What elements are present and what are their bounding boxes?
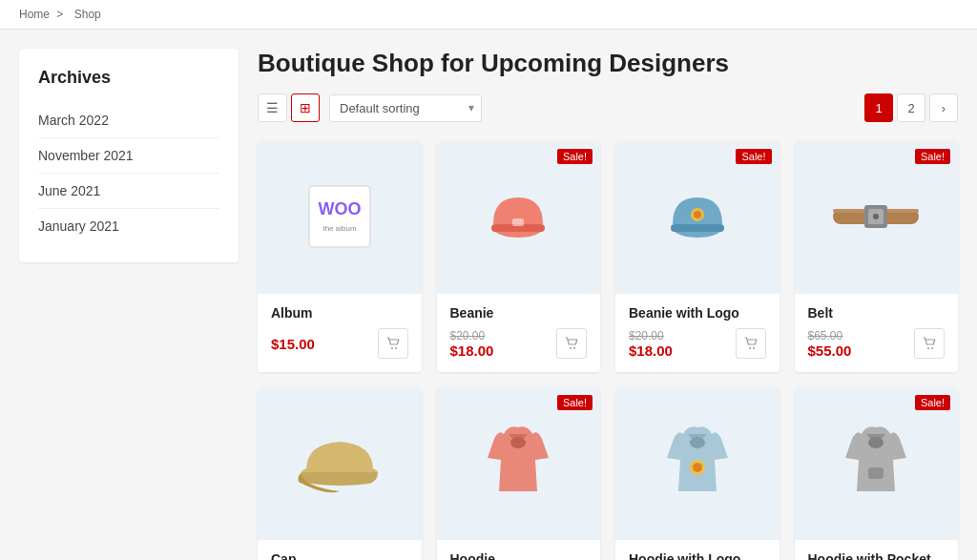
price-original: $20.00 xyxy=(629,329,673,342)
product-name: Beanie with Logo xyxy=(629,305,766,321)
product-info: Beanie with Logo$20.00$18.00 xyxy=(615,294,780,372)
sidebar-title: Archives xyxy=(38,68,219,88)
sort-select[interactable]: Default sortingSort by popularitySort by… xyxy=(329,94,482,122)
pagination: 1 2 › xyxy=(864,93,958,122)
product-price-row: $20.00$18.00 xyxy=(629,328,766,359)
archive-list: March 2022November 2021June 2021January … xyxy=(38,103,219,243)
product-image xyxy=(297,425,383,504)
product-image-wrap: Sale! xyxy=(437,141,601,294)
add-to-cart-button[interactable] xyxy=(556,328,587,359)
price-original: $20.00 xyxy=(450,329,494,342)
price-current: $55.00 xyxy=(808,342,852,359)
product-info: Album$15.00 xyxy=(258,294,422,372)
add-to-cart-button[interactable] xyxy=(378,328,408,359)
product-info: Hoodie with Logo xyxy=(615,540,780,560)
svg-point-21 xyxy=(927,347,929,349)
price-original: $65.00 xyxy=(808,329,852,342)
svg-point-3 xyxy=(391,347,393,349)
svg-point-28 xyxy=(868,437,883,448)
sidebar: Archives March 2022November 2021June 202… xyxy=(19,49,239,560)
product-info: Beanie$20.00$18.00 xyxy=(437,294,601,372)
product-info: Hoodie xyxy=(437,540,601,560)
product-name: Cap xyxy=(271,551,408,560)
archive-item[interactable]: June 2021 xyxy=(38,174,219,209)
svg-point-15 xyxy=(753,347,755,349)
svg-point-8 xyxy=(570,347,572,349)
product-image-wrap: WOO the album xyxy=(258,141,422,294)
sort-wrapper: Default sortingSort by popularitySort by… xyxy=(329,94,482,122)
product-card[interactable]: Sale! Beanie with Logo$20.00$18.00 xyxy=(615,141,780,372)
product-image-wrap: Sale! xyxy=(615,141,780,294)
breadcrumb-home[interactable]: Home xyxy=(19,8,50,21)
page-1-button[interactable]: 1 xyxy=(864,93,893,122)
product-name: Belt xyxy=(808,305,946,321)
price-wrap: $15.00 xyxy=(271,336,315,352)
toolbar: ☰ ⊞ Default sortingSort by popularitySor… xyxy=(258,93,958,122)
list-view-button[interactable]: ☰ xyxy=(258,93,287,122)
page-2-button[interactable]: 2 xyxy=(897,93,925,122)
product-card[interactable]: Sale! Hoodie with Pocket xyxy=(795,387,959,560)
product-image xyxy=(480,420,556,508)
sale-badge: Sale! xyxy=(915,149,950,164)
page-title: Boutique Shop for Upcoming Designers xyxy=(258,49,958,78)
price-wrap: $20.00$18.00 xyxy=(450,329,494,359)
product-card[interactable]: Cap xyxy=(258,387,422,560)
svg-point-22 xyxy=(931,347,933,349)
svg-text:WOO: WOO xyxy=(318,199,361,218)
product-image: WOO the album xyxy=(301,178,378,258)
svg-point-27 xyxy=(693,463,702,472)
product-image-wrap: Sale! xyxy=(795,141,959,294)
breadcrumb-separator: > xyxy=(56,8,63,21)
product-card[interactable]: WOO the album Album$15.00 xyxy=(258,141,422,372)
svg-point-13 xyxy=(694,211,701,218)
svg-rect-29 xyxy=(868,467,883,479)
product-card[interactable]: Sale! Hoodie xyxy=(437,387,601,560)
archive-item[interactable]: March 2022 xyxy=(38,103,219,138)
add-to-cart-button[interactable] xyxy=(736,328,766,359)
sale-badge: Sale! xyxy=(915,395,950,410)
product-image-wrap: Sale! xyxy=(437,387,601,540)
product-price-row: $20.00$18.00 xyxy=(450,328,588,359)
product-name: Album xyxy=(271,305,408,321)
product-image xyxy=(480,178,556,258)
price-current: $18.00 xyxy=(450,342,494,359)
product-image-wrap xyxy=(258,387,422,540)
product-image-wrap: Sale! xyxy=(795,387,959,540)
price-wrap: $20.00$18.00 xyxy=(629,329,673,359)
product-image xyxy=(838,420,914,508)
product-image-wrap xyxy=(615,387,780,540)
svg-point-9 xyxy=(573,347,575,349)
product-info: Belt$65.00$55.00 xyxy=(795,294,959,372)
svg-point-14 xyxy=(749,347,751,349)
sale-badge: Sale! xyxy=(557,395,592,410)
svg-point-20 xyxy=(873,214,879,219)
product-image xyxy=(659,178,736,258)
product-name: Beanie xyxy=(450,305,588,321)
svg-rect-11 xyxy=(671,224,724,232)
product-price-row: $15.00 xyxy=(271,328,408,359)
product-name: Hoodie xyxy=(450,551,588,560)
price-current: $15.00 xyxy=(271,336,315,352)
price-wrap: $65.00$55.00 xyxy=(808,329,852,359)
archive-item[interactable]: November 2021 xyxy=(38,138,219,174)
products-grid: WOO the album Album$15.00Sale! Beanie$20… xyxy=(258,141,958,560)
product-price-row: $65.00$55.00 xyxy=(808,328,946,359)
product-info: Hoodie with Pocket xyxy=(795,540,959,560)
view-toggle: ☰ ⊞ xyxy=(258,93,320,122)
product-card[interactable]: Hoodie with Logo xyxy=(615,387,780,560)
add-to-cart-button[interactable] xyxy=(914,328,945,359)
main-content: Boutique Shop for Upcoming Designers ☰ ⊞… xyxy=(258,49,958,560)
page-next-button[interactable]: › xyxy=(929,93,958,122)
sale-badge: Sale! xyxy=(736,149,771,164)
svg-rect-7 xyxy=(512,218,524,226)
product-image xyxy=(659,420,736,508)
product-card[interactable]: Sale! Beanie$20.00$18.00 xyxy=(437,141,601,372)
svg-point-25 xyxy=(690,437,705,448)
archive-item[interactable]: January 2021 xyxy=(38,209,219,243)
product-name: Hoodie with Logo xyxy=(629,551,766,560)
product-card[interactable]: Sale! Belt$65.00$55.00 xyxy=(795,141,959,372)
svg-text:the album: the album xyxy=(322,224,356,233)
breadcrumb-current: Shop xyxy=(74,8,101,21)
grid-view-button[interactable]: ⊞ xyxy=(291,93,320,122)
svg-point-4 xyxy=(395,347,397,349)
